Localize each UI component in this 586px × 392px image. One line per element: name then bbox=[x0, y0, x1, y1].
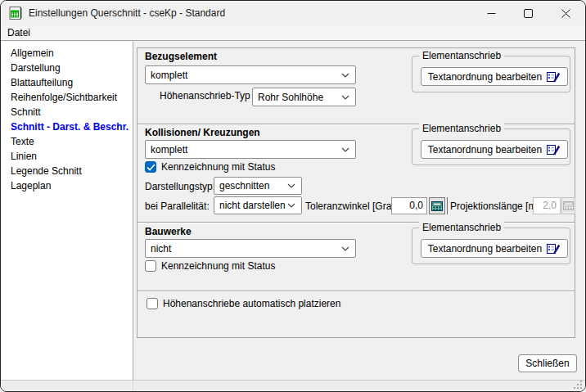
sidebar-item-allgemein[interactable]: Allgemein bbox=[1, 46, 133, 61]
title-bar: Einstellungen Querschnitt - cseKp - Stan… bbox=[1, 1, 585, 25]
sidebar-item-linien[interactable]: Linien bbox=[1, 149, 133, 164]
edit-text-icon bbox=[547, 71, 561, 83]
projektionslaenge-label: Projektionslänge [m]: bbox=[450, 201, 542, 212]
textanordnung-bearbeiten-button-2[interactable]: Textanordnung bearbeiten bbox=[421, 140, 568, 159]
section-separator bbox=[137, 124, 575, 125]
darstellungstyp-dropdown[interactable]: geschnitten bbox=[214, 177, 302, 195]
sidebar-item-legende-schnitt[interactable]: Legende Schnitt bbox=[1, 164, 133, 178]
sidebar: Allgemein Darstellung Blattaufteilung Re… bbox=[1, 42, 133, 384]
close-button[interactable] bbox=[547, 1, 585, 25]
chevron-down-icon bbox=[341, 147, 349, 152]
minimize-icon bbox=[487, 9, 496, 18]
close-icon bbox=[561, 9, 570, 18]
kollisionen-mode-dropdown[interactable]: komplett bbox=[145, 140, 356, 159]
sidebar-item-schnitt-darst-beschr[interactable]: Schnitt - Darst. & Beschr. bbox=[1, 119, 133, 134]
hoehenanschrieb-typ-label: Höhenanschrieb-Typ bbox=[160, 90, 250, 101]
schliessen-button[interactable]: Schließen bbox=[518, 354, 577, 372]
chevron-down-icon bbox=[287, 183, 295, 188]
section-title-bezugselement: Bezugselement bbox=[145, 51, 217, 62]
chevron-down-icon bbox=[341, 73, 349, 78]
sidebar-item-blattaufteilung[interactable]: Blattaufteilung bbox=[1, 75, 133, 90]
checkbox-box bbox=[145, 260, 156, 272]
section-separator bbox=[137, 222, 575, 223]
maximize-button[interactable] bbox=[510, 1, 547, 25]
maximize-icon bbox=[524, 9, 533, 18]
edit-text-icon bbox=[547, 243, 561, 255]
checkbox-box bbox=[146, 298, 158, 309]
toolbar-divider bbox=[447, 197, 448, 214]
hoehenanschriebe-auto-checkbox[interactable]: Höhenanschriebe automatisch platzieren bbox=[146, 298, 340, 310]
textanordnung-bearbeiten-button-3[interactable]: Textanordnung bearbeiten bbox=[421, 239, 568, 258]
edit-text-icon bbox=[547, 144, 561, 155]
checkbox-box bbox=[145, 161, 156, 173]
bauwerke-status-checkbox[interactable]: Kennzeichnung mit Status bbox=[145, 260, 275, 273]
sidebar-item-lageplan[interactable]: Lageplan bbox=[1, 178, 133, 193]
check-icon bbox=[146, 164, 156, 171]
bezugselement-mode-dropdown[interactable]: komplett bbox=[145, 65, 356, 84]
textanordnung-bearbeiten-button-1[interactable]: Textanordnung bearbeiten bbox=[421, 67, 568, 86]
kollisionen-status-checkbox[interactable]: Kennzeichnung mit Status bbox=[145, 161, 275, 173]
window-title: Einstellungen Querschnitt - cseKp - Stan… bbox=[29, 7, 225, 19]
projektionslaenge-input: 2,0 bbox=[533, 197, 561, 214]
sidebar-item-darstellung[interactable]: Darstellung bbox=[1, 61, 133, 75]
status-bar-divider bbox=[133, 381, 133, 391]
status-bar bbox=[1, 380, 585, 392]
parallelitaet-dropdown[interactable]: nicht darstellen bbox=[214, 196, 302, 214]
section-separator bbox=[137, 291, 575, 292]
parallelitaet-label: bei Parallelität: bbox=[145, 201, 210, 212]
calculator-icon bbox=[563, 201, 574, 210]
settings-dialog: Einstellungen Querschnitt - cseKp - Stan… bbox=[0, 0, 586, 392]
toleranzwinkel-calculator-button[interactable] bbox=[429, 197, 445, 214]
menu-bar: Datei bbox=[1, 25, 585, 41]
darstellungstyp-label: Darstellungstyp: bbox=[145, 181, 215, 192]
toleranzwinkel-label: Toleranzwinkel [Grad]: bbox=[305, 201, 388, 212]
sidebar-item-schnitt[interactable]: Schnitt bbox=[1, 105, 133, 119]
hoehenanschrieb-typ-dropdown[interactable]: Rohr Sohlhöhe bbox=[252, 88, 356, 106]
projektionslaenge-calculator-button bbox=[561, 197, 575, 214]
chevron-down-icon bbox=[341, 246, 349, 251]
app-icon bbox=[9, 7, 23, 20]
chevron-down-icon bbox=[287, 203, 295, 208]
sidebar-item-texte[interactable]: Texte bbox=[1, 134, 133, 149]
resize-grip[interactable] bbox=[574, 381, 582, 389]
minimize-button[interactable] bbox=[473, 1, 510, 25]
toleranzwinkel-input[interactable]: 0,0 bbox=[391, 197, 427, 214]
menu-datei[interactable]: Datei bbox=[1, 25, 36, 41]
section-title-bauwerke: Bauwerke bbox=[145, 226, 192, 237]
calculator-icon bbox=[431, 201, 443, 211]
bauwerke-mode-dropdown[interactable]: nicht bbox=[145, 239, 356, 258]
section-title-kollisionen: Kollisionen/ Kreuzungen bbox=[145, 127, 260, 138]
sidebar-item-reihenfolge[interactable]: Reihenfolge/Sichtbarkeit bbox=[1, 90, 133, 105]
chevron-down-icon bbox=[341, 95, 349, 100]
